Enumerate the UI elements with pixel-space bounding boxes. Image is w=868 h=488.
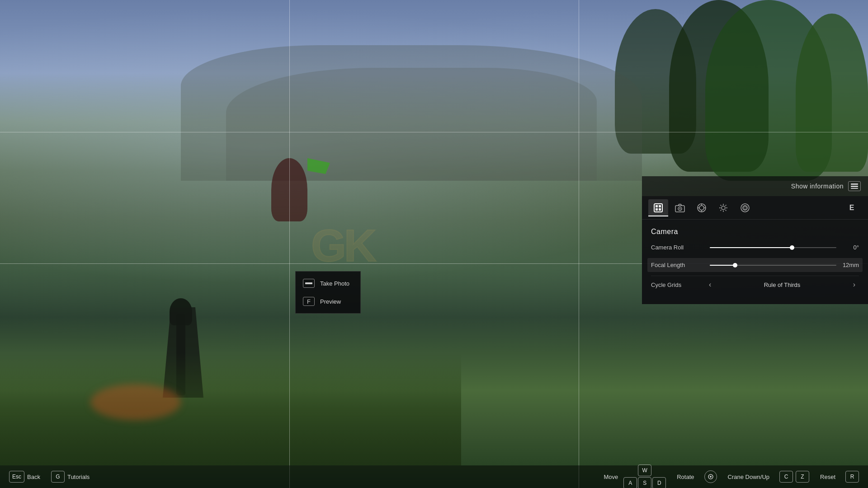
hud-crane-section: Crane Down/Up C Z	[728, 471, 810, 483]
info-bar: Show information	[642, 176, 868, 196]
hud-tutorials-section: G Tutorials	[51, 471, 97, 483]
svg-line-25	[726, 210, 726, 211]
panel-title: Camera	[651, 228, 859, 236]
svg-line-27	[721, 210, 722, 211]
reset-label: Reset	[820, 474, 835, 480]
svg-line-24	[721, 205, 722, 206]
svg-line-26	[726, 205, 726, 206]
rotate-label: Rotate	[677, 474, 694, 480]
hud-reset-section: Reset R	[820, 471, 859, 483]
show-info-icon[interactable]	[848, 181, 861, 191]
watermark: GK GK	[307, 211, 388, 277]
svg-rect-7	[659, 205, 661, 207]
svg-rect-4	[851, 188, 858, 189]
cycle-grids-value: Rule of Thirds	[715, 282, 849, 288]
cycle-grids-arrow-right[interactable]: ›	[849, 281, 859, 289]
svg-rect-6	[656, 205, 658, 207]
focal-length-label: Focal Length	[651, 262, 705, 268]
move-label: Move	[604, 474, 618, 480]
c-key[interactable]: C	[779, 471, 793, 483]
svg-rect-5	[654, 204, 662, 212]
camera-panel: Camera Camera Roll 0° Focal Length 12mm …	[642, 220, 868, 304]
back-label: Back	[27, 474, 40, 480]
preview-button[interactable]: F Preview	[296, 292, 360, 310]
action-popup: Take Photo F Preview	[295, 271, 361, 314]
camera-roll-label: Camera Roll	[651, 244, 705, 251]
g-key[interactable]: G	[51, 471, 65, 483]
toolbar-btn-filter[interactable]	[735, 199, 755, 216]
take-photo-label: Take Photo	[320, 280, 349, 287]
take-photo-button[interactable]: Take Photo	[296, 274, 360, 292]
d-key[interactable]: D	[652, 477, 666, 488]
hud-back-section: Esc Back	[9, 471, 47, 483]
bottom-hud: Esc Back G Tutorials Move W A S D Rotate	[0, 465, 868, 488]
w-key[interactable]: W	[638, 465, 651, 476]
icon-toolbar: E	[642, 196, 868, 220]
svg-rect-8	[656, 208, 658, 211]
svg-point-32	[710, 476, 712, 478]
rotate-icon	[704, 470, 717, 483]
svg-rect-9	[659, 208, 661, 211]
svg-point-14	[699, 206, 704, 210]
crane-label: Crane Down/Up	[728, 474, 770, 480]
svg-point-19	[722, 206, 725, 210]
cycle-grids-row: Cycle Grids ‹ Rule of Thirds ›	[651, 276, 859, 293]
camera-roll-slider[interactable]	[710, 247, 836, 248]
preview-label: Preview	[320, 298, 341, 305]
cycle-grids-label: Cycle Grids	[651, 282, 705, 288]
focal-length-value: 12mm	[841, 262, 859, 268]
cycle-grids-arrow-left[interactable]: ‹	[705, 281, 715, 289]
svg-rect-3	[851, 186, 858, 187]
svg-point-12	[679, 208, 681, 209]
focal-length-row: Focal Length 12mm	[647, 258, 863, 272]
z-key[interactable]: Z	[796, 471, 809, 483]
camera-roll-row: Camera Roll 0°	[651, 244, 859, 251]
toolbar-btn-q[interactable]	[648, 199, 668, 216]
focal-length-slider[interactable]	[710, 265, 836, 266]
show-info-label: Show information	[791, 183, 844, 190]
preview-key: F	[303, 297, 315, 306]
hud-move-section: Move W A S D	[604, 465, 666, 488]
esc-key[interactable]: Esc	[9, 471, 24, 483]
toolbar-btn-light[interactable]	[713, 199, 733, 216]
take-photo-key	[303, 279, 315, 288]
camera-roll-value: 0°	[841, 244, 859, 251]
toolbar-btn-e[interactable]: E	[842, 199, 862, 216]
svg-point-28	[741, 204, 749, 212]
s-key[interactable]: S	[638, 477, 651, 488]
toolbar-btn-camera[interactable]	[670, 199, 690, 216]
hud-rotate-section: Rotate	[677, 470, 717, 483]
svg-rect-2	[851, 183, 858, 185]
tutorials-label: Tutorials	[67, 474, 90, 480]
svg-rect-30	[305, 282, 312, 284]
a-key[interactable]: A	[623, 477, 637, 488]
toolbar-btn-lens[interactable]	[692, 199, 712, 216]
r-key[interactable]: R	[845, 471, 859, 483]
svg-text:GK: GK	[311, 220, 377, 271]
